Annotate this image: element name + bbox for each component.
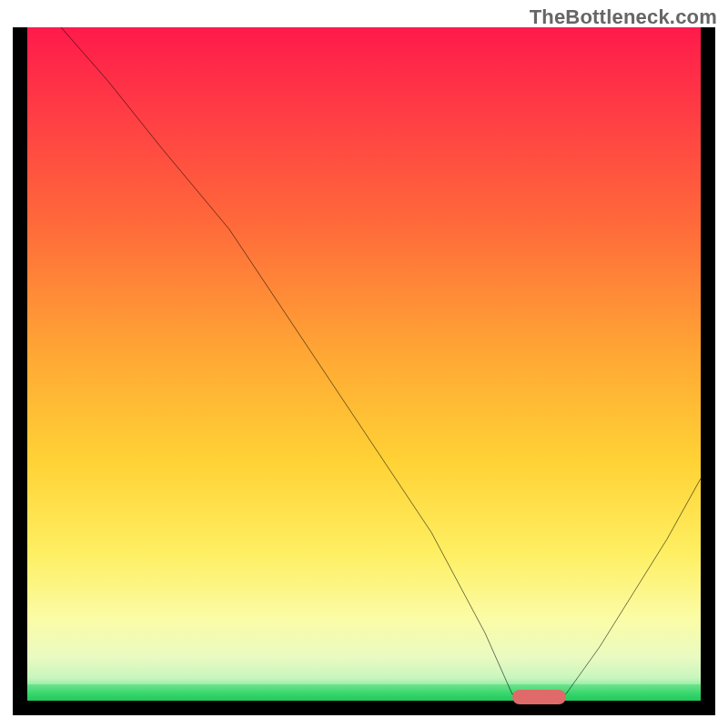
optimal-zone-strip	[27, 684, 701, 701]
gradient-background	[27, 27, 701, 684]
minimum-marker	[512, 690, 566, 704]
chart-root: TheBottleneck.com	[0, 0, 728, 728]
plot-frame	[13, 27, 715, 715]
plot-area	[27, 27, 701, 701]
attribution-label: TheBottleneck.com	[530, 5, 717, 29]
